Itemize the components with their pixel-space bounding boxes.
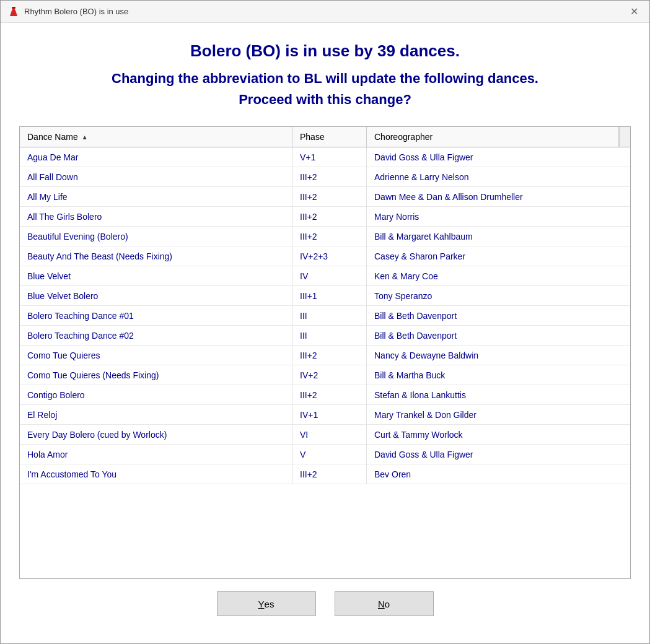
title-bar-left: Rhythm Bolero (BO) is in use xyxy=(8,6,128,17)
table-row[interactable]: All The Girls BoleroIII+2Mary Norris xyxy=(20,207,630,227)
cell-choreographer: Curt & Tammy Worlock xyxy=(367,425,630,444)
cell-dance-name: Como Tue Quieres xyxy=(20,346,292,365)
close-button[interactable]: ✕ xyxy=(626,6,642,18)
cell-phase: III+2 xyxy=(292,167,367,186)
cell-phase: IV xyxy=(292,266,367,285)
cell-choreographer: Ken & Mary Coe xyxy=(367,266,630,285)
cell-phase: III+1 xyxy=(292,286,367,305)
cell-choreographer: David Goss & Ulla Figwer xyxy=(367,445,630,464)
col-label-phase: Phase xyxy=(300,132,325,142)
title-bar: Rhythm Bolero (BO) is in use ✕ xyxy=(1,1,649,23)
cell-choreographer: Adrienne & Larry Nelson xyxy=(367,167,630,186)
table-row[interactable]: Contigo BoleroIII+2Stefan & Ilona Lankut… xyxy=(20,385,630,405)
cell-dance-name: Bolero Teaching Dance #02 xyxy=(20,326,292,345)
cell-phase: III+2 xyxy=(292,207,367,226)
cell-choreographer: David Goss & Ulla Figwer xyxy=(367,147,630,167)
cell-dance-name: Bolero Teaching Dance #01 xyxy=(20,306,292,325)
header-text: Bolero (BO) is in use by 39 dances. Chan… xyxy=(19,41,631,120)
col-header-phase[interactable]: Phase xyxy=(292,127,367,147)
cell-phase: VI xyxy=(292,425,367,444)
cell-phase: III xyxy=(292,306,367,325)
cell-dance-name: All Fall Down xyxy=(20,167,292,186)
app-icon xyxy=(8,6,19,17)
cell-choreographer: Bev Oren xyxy=(367,464,630,484)
header-line1: Bolero (BO) is in use by 39 dances. xyxy=(19,41,631,61)
svg-rect-1 xyxy=(12,7,15,9)
table-row[interactable]: Bolero Teaching Dance #02IIIBill & Beth … xyxy=(20,326,630,346)
cell-dance-name: I'm Accustomed To You xyxy=(20,464,292,484)
table-row[interactable]: All My LifeIII+2Dawn Mee & Dan & Allison… xyxy=(20,187,630,207)
table-row[interactable]: Blue VelvetIVKen & Mary Coe xyxy=(20,266,630,286)
cell-phase: IV+1 xyxy=(292,405,367,424)
table-row[interactable]: Agua De MarV+1David Goss & Ulla Figwer xyxy=(20,147,630,167)
table-row[interactable]: All Fall DownIII+2Adrienne & Larry Nelso… xyxy=(20,167,630,187)
table-body[interactable]: Agua De MarV+1David Goss & Ulla FigwerAl… xyxy=(20,147,630,578)
dance-table: Dance Name ▲ Phase Choreographer Agua De… xyxy=(19,126,631,579)
no-button[interactable]: No xyxy=(335,591,434,616)
cell-choreographer: Stefan & Ilona Lankuttis xyxy=(367,385,630,404)
cell-phase: III+2 xyxy=(292,464,367,484)
sort-arrow-icon: ▲ xyxy=(82,134,88,141)
cell-dance-name: El Reloj xyxy=(20,405,292,424)
cell-dance-name: Blue Velvet Bolero xyxy=(20,286,292,305)
cell-phase: IV+2+3 xyxy=(292,246,367,266)
cell-dance-name: Contigo Bolero xyxy=(20,385,292,404)
table-row[interactable]: Bolero Teaching Dance #01IIIBill & Beth … xyxy=(20,306,630,326)
cell-choreographer: Nancy & Dewayne Baldwin xyxy=(367,346,630,365)
table-row[interactable]: Every Day Bolero (cued by Worlock)VICurt… xyxy=(20,425,630,445)
yes-button[interactable]: Yes xyxy=(217,591,316,616)
cell-choreographer: Tony Speranzo xyxy=(367,286,630,305)
yes-underline: Y xyxy=(258,599,265,609)
cell-choreographer: Bill & Beth Davenport xyxy=(367,326,630,345)
cell-choreographer: Bill & Martha Buck xyxy=(367,365,630,385)
cell-choreographer: Casey & Sharon Parker xyxy=(367,246,630,266)
cell-dance-name: All The Girls Bolero xyxy=(20,207,292,226)
col-header-choreographer[interactable]: Choreographer xyxy=(367,127,619,147)
cell-dance-name: Agua De Mar xyxy=(20,147,292,167)
table-row[interactable]: Como Tue QuieresIII+2Nancy & Dewayne Bal… xyxy=(20,346,630,365)
dialog-content: Bolero (BO) is in use by 39 dances. Chan… xyxy=(1,23,649,643)
table-row[interactable]: I'm Accustomed To YouIII+2Bev Oren xyxy=(20,464,630,484)
cell-choreographer: Mary Norris xyxy=(367,207,630,226)
footer-buttons: Yes No xyxy=(19,579,631,631)
cell-choreographer: Bill & Margaret Kahlbaum xyxy=(367,227,630,246)
col-label-choreographer: Choreographer xyxy=(374,132,433,142)
no-underline: N xyxy=(378,599,385,609)
cell-phase: III+2 xyxy=(292,227,367,246)
cell-phase: III+2 xyxy=(292,385,367,404)
table-row[interactable]: Como Tue Quieres (Needs Fixing)IV+2Bill … xyxy=(20,365,630,385)
table-row[interactable]: Blue Velvet BoleroIII+1Tony Speranzo xyxy=(20,286,630,306)
header-line3: Proceed with this change? xyxy=(19,92,631,108)
cell-choreographer: Bill & Beth Davenport xyxy=(367,306,630,325)
title-bar-text: Rhythm Bolero (BO) is in use xyxy=(24,7,128,16)
cell-phase: III+2 xyxy=(292,346,367,365)
table-header: Dance Name ▲ Phase Choreographer xyxy=(20,127,630,147)
cell-dance-name: All My Life xyxy=(20,187,292,206)
cell-phase: III xyxy=(292,326,367,345)
col-header-dance-name[interactable]: Dance Name ▲ xyxy=(20,127,292,147)
header-line2: Changing the abbreviation to BL will upd… xyxy=(19,71,631,87)
cell-choreographer: Mary Trankel & Don Gilder xyxy=(367,405,630,424)
cell-dance-name: Hola Amor xyxy=(20,445,292,464)
scrollbar-placeholder xyxy=(619,127,630,147)
cell-dance-name: Every Day Bolero (cued by Worlock) xyxy=(20,425,292,444)
table-row[interactable]: Hola AmorVDavid Goss & Ulla Figwer xyxy=(20,445,630,464)
col-label-dance-name: Dance Name xyxy=(27,132,78,142)
cell-dance-name: Blue Velvet xyxy=(20,266,292,285)
cell-phase: IV+2 xyxy=(292,365,367,385)
cell-phase: III+2 xyxy=(292,187,367,206)
dialog-window: Rhythm Bolero (BO) is in use ✕ Bolero (B… xyxy=(0,0,650,644)
cell-dance-name: Beauty And The Beast (Needs Fixing) xyxy=(20,246,292,266)
table-row[interactable]: El RelojIV+1Mary Trankel & Don Gilder xyxy=(20,405,630,425)
cell-dance-name: Como Tue Quieres (Needs Fixing) xyxy=(20,365,292,385)
table-row[interactable]: Beautiful Evening (Bolero)III+2Bill & Ma… xyxy=(20,227,630,246)
cell-phase: V xyxy=(292,445,367,464)
cell-dance-name: Beautiful Evening (Bolero) xyxy=(20,227,292,246)
svg-marker-0 xyxy=(10,7,17,16)
table-row[interactable]: Beauty And The Beast (Needs Fixing)IV+2+… xyxy=(20,246,630,266)
cell-phase: V+1 xyxy=(292,147,367,167)
cell-choreographer: Dawn Mee & Dan & Allison Drumheller xyxy=(367,187,630,206)
